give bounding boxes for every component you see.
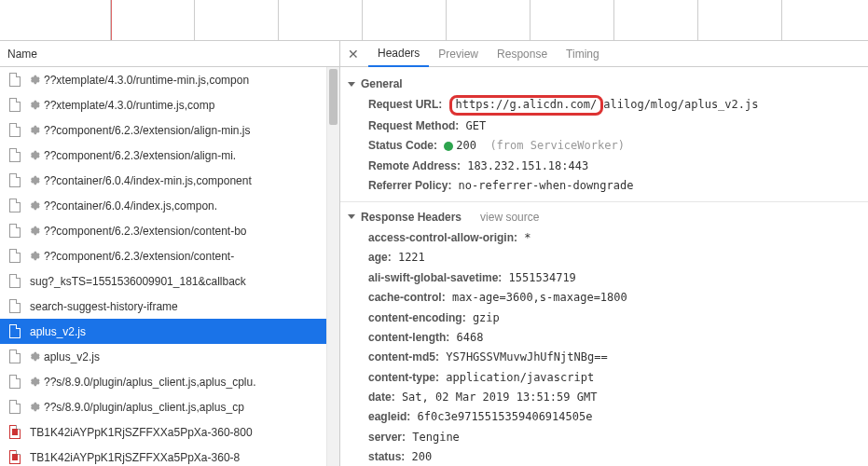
list-item[interactable]: ??xtemplate/4.3.0/runtime-min.js,compon — [0, 67, 326, 92]
section-general[interactable]: General — [348, 75, 859, 93]
file-image-icon — [9, 425, 22, 440]
timeline-cell — [111, 0, 195, 40]
kv-value: Tengine — [406, 431, 460, 444]
gear-icon — [30, 175, 40, 185]
tab-timing[interactable]: Timing — [557, 41, 609, 67]
timeline-cell — [195, 0, 279, 40]
file-icon — [9, 224, 22, 239]
kv-key: content-type: — [368, 371, 439, 384]
status-code-note: (from ServiceWorker) — [489, 139, 625, 152]
response-header-row: content-md5: YS7HGSSVMuvwJhUfNjtNBg== — [368, 348, 859, 366]
file-image-icon — [9, 450, 22, 465]
kv-value: Sat, 02 Mar 2019 13:51:59 GMT — [395, 391, 598, 404]
response-header-row: content-length: 6468 — [368, 328, 859, 347]
chevron-down-icon — [348, 82, 355, 87]
request-name: sug?_ksTS=1551536009901_181&callback — [30, 275, 246, 288]
detail-body: General Request URL: https://g.alicdn.co… — [340, 67, 868, 466]
detail-tabs: ✕ HeadersPreviewResponseTiming — [340, 41, 868, 67]
tab-headers[interactable]: Headers — [368, 41, 429, 67]
file-icon — [9, 173, 22, 188]
view-source-link[interactable]: view source — [480, 208, 539, 226]
gear-icon — [30, 351, 40, 362]
kv-key: Referrer Policy: — [368, 179, 451, 192]
kv-value: gzip — [466, 311, 500, 324]
file-icon — [9, 73, 22, 88]
list-item[interactable]: sug?_ksTS=1551536009901_181&callback — [0, 268, 326, 294]
kv-key: status: — [368, 450, 405, 463]
gear-icon — [30, 226, 40, 236]
kv-key: eagleid: — [368, 410, 410, 423]
file-icon — [9, 350, 22, 364]
response-header-row: content-type: application/javascript — [368, 368, 859, 387]
kv-key: age: — [368, 251, 392, 264]
list-item[interactable]: search-suggest-history-iframe — [0, 294, 326, 319]
list-item[interactable]: ??component/6.2.3/extension/align-min.js — [0, 117, 326, 143]
scrollbar[interactable] — [326, 67, 339, 466]
kv-value: GET — [466, 119, 487, 132]
request-name: ??s/8.9.0/plugin/aplus_client.js,aplus_c… — [44, 401, 244, 414]
column-header-name[interactable]: Name — [0, 41, 339, 67]
list-item[interactable]: aplus_v2.js — [0, 344, 326, 369]
timeline-cell — [0, 0, 111, 40]
gear-icon — [30, 100, 40, 110]
kv-request-url: Request URL: https://g.alicdn.com/alilog… — [368, 95, 859, 116]
gear-icon — [30, 200, 40, 211]
timeline-strip — [0, 0, 868, 41]
list-item[interactable]: ??xtemplate/4.3.0/runtime.js,comp — [0, 92, 326, 117]
list-item[interactable]: ??container/6.0.4/index-min.js,component — [0, 168, 326, 193]
request-name: aplus_v2.js — [44, 350, 100, 363]
list-item[interactable]: TB1K42iAYPpK1RjSZFFXXa5PpXa-360-800 — [0, 419, 326, 445]
request-name: ??component/6.2.3/extension/content- — [44, 250, 234, 263]
url-path: alilog/mlog/aplus_v2.js — [603, 98, 758, 111]
close-icon[interactable]: ✕ — [344, 45, 363, 63]
request-name: ??component/6.2.3/extension/align-min.js — [44, 124, 250, 137]
kv-key: content-length: — [368, 331, 449, 344]
list-item[interactable]: TB1K42iAYPpK1RjSZFFXXa5PpXa-360-8 — [0, 445, 326, 466]
kv-key: Status Code: — [368, 139, 437, 152]
kv-key: Request Method: — [368, 119, 459, 132]
request-name: ??component/6.2.3/extension/content-bo — [44, 225, 247, 238]
request-name: TB1K42iAYPpK1RjSZFFXXa5PpXa-360-800 — [30, 426, 253, 439]
kv-value: 6468 — [449, 331, 483, 344]
scrollbar-thumb[interactable] — [329, 69, 338, 125]
file-icon — [9, 324, 22, 339]
file-icon — [9, 274, 22, 289]
request-list: ??xtemplate/4.3.0/runtime-min.js,compon?… — [0, 67, 339, 466]
list-item[interactable]: ??s/8.9.0/plugin/aplus_client.js,aplus_c… — [0, 394, 326, 419]
kv-key: access-control-allow-origin: — [368, 231, 517, 244]
file-icon — [9, 299, 22, 314]
request-name: ??container/6.0.4/index.js,compon. — [44, 199, 217, 212]
response-header-row: age: 1221 — [368, 248, 859, 267]
kv-request-method: Request Method: GET — [368, 116, 859, 135]
list-item[interactable]: aplus_v2.js — [0, 319, 326, 344]
file-icon — [9, 199, 22, 213]
file-icon — [9, 98, 22, 113]
gear-icon — [30, 377, 40, 387]
list-item[interactable]: ??s/8.9.0/plugin/aplus_client.js,aplus_c… — [0, 369, 326, 394]
file-icon — [9, 375, 22, 390]
gear-icon — [30, 251, 40, 261]
response-header-row: ali-swift-global-savetime: 1551534719 — [368, 268, 859, 287]
section-title-label: Response Headers — [361, 208, 462, 226]
kv-referrer-policy: Referrer Policy: no-referrer-when-downgr… — [368, 176, 859, 195]
kv-key: content-encoding: — [368, 311, 466, 324]
tab-response[interactable]: Response — [488, 41, 557, 67]
status-dot-icon — [444, 142, 453, 151]
list-item[interactable]: ??container/6.0.4/index.js,compon. — [0, 193, 326, 218]
tab-preview[interactable]: Preview — [429, 41, 488, 67]
section-response-headers[interactable]: Response Headers view source — [348, 208, 859, 226]
kv-value: max-age=3600,s-maxage=1800 — [446, 291, 627, 304]
kv-key: Request URL: — [368, 98, 442, 111]
kv-key: Remote Address: — [368, 159, 461, 172]
file-icon — [9, 249, 22, 264]
list-item[interactable]: ??component/6.2.3/extension/align-mi. — [0, 143, 326, 168]
request-name: ??component/6.2.3/extension/align-mi. — [44, 149, 236, 162]
status-code-value: 200 — [456, 139, 476, 152]
kv-status-code: Status Code: 200 (from ServiceWorker) — [368, 136, 859, 155]
section-title-label: General — [361, 75, 403, 93]
timeline-cell — [614, 0, 698, 40]
list-item[interactable]: ??component/6.2.3/extension/content-bo — [0, 218, 326, 243]
request-name: ??xtemplate/4.3.0/runtime-min.js,compon — [44, 74, 249, 87]
timeline-cell — [447, 0, 530, 40]
list-item[interactable]: ??component/6.2.3/extension/content- — [0, 243, 326, 268]
